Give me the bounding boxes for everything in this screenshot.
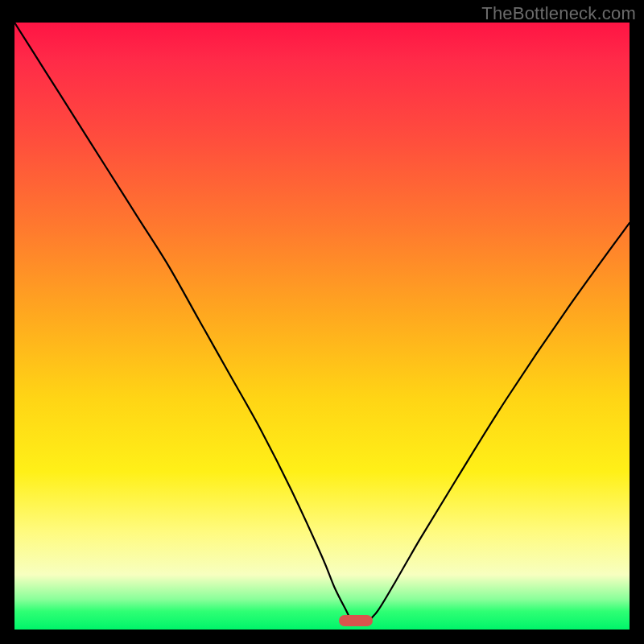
- watermark-text: TheBottleneck.com: [481, 3, 636, 24]
- plot-area: [14, 23, 630, 630]
- optimal-marker: [339, 615, 373, 626]
- curve-path: [14, 23, 630, 625]
- bottleneck-curve: [14, 23, 630, 630]
- chart-frame: TheBottleneck.com: [0, 0, 644, 644]
